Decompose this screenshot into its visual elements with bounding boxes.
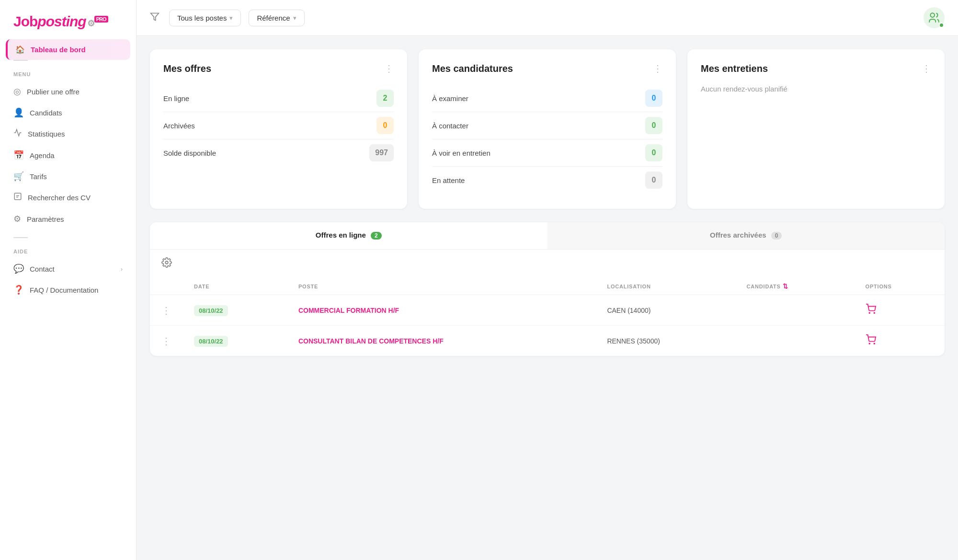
sidebar-item-faq[interactable]: ❓ FAQ / Documentation: [0, 279, 136, 300]
card-menu-button[interactable]: ⋮: [653, 63, 662, 74]
date-badge: 08/10/22: [194, 305, 228, 316]
card-row-entretien: À voir en entretien 0: [432, 139, 662, 167]
card-menu-button[interactable]: ⋮: [384, 63, 394, 74]
sidebar-item-rechercher-cv[interactable]: Rechercher des CV: [0, 187, 136, 208]
aide-divider: [13, 237, 28, 238]
card-row-label: À voir en entretien: [432, 149, 490, 157]
mes-entretiens-card: Mes entretiens ⋮ Aucun rendez-vous plani…: [687, 49, 945, 209]
cart-icon[interactable]: [866, 306, 876, 316]
card-row-archivees: Archivées 0: [163, 112, 394, 139]
topbar: Tous les postes ▾ Référence ▾: [137, 0, 958, 36]
badge-examiner: 0: [645, 90, 662, 107]
tab-online[interactable]: Offres en ligne 2: [150, 222, 547, 249]
postes-dropdown[interactable]: Tous les postes ▾: [169, 10, 241, 26]
card-row-attente: En attente 0: [432, 167, 662, 194]
row-date-cell: 08/10/22: [182, 295, 287, 326]
badge-en-ligne: 2: [376, 90, 394, 107]
sidebar-item-label: Agenda: [30, 151, 55, 160]
job-title-link[interactable]: CONSULTANT BILAN DE COMPETENCES H/F: [298, 337, 444, 345]
sidebar-item-parametres[interactable]: ⚙ Paramètres: [0, 208, 136, 229]
svg-point-6: [869, 312, 870, 313]
candidates-icon: 👤: [13, 107, 24, 118]
card-row-label: À contacter: [432, 122, 468, 130]
sort-icon: ⇅: [783, 283, 788, 290]
cart-icon[interactable]: [866, 336, 876, 347]
logo-posting: posting: [37, 13, 86, 29]
job-title-link[interactable]: COMMERCIAL FORMATION H/F: [298, 307, 399, 314]
sidebar-item-tableau-de-bord[interactable]: 🏠 Tableau de bord: [6, 39, 130, 60]
card-row-label: Solde disponible: [163, 149, 216, 157]
svg-point-8: [869, 343, 870, 344]
reference-dropdown[interactable]: Référence ▾: [249, 10, 304, 26]
faq-icon: ❓: [13, 285, 24, 295]
row-candidates-cell: [735, 295, 854, 326]
publish-icon: ◎: [13, 86, 21, 97]
badge-contacter: 0: [645, 117, 662, 134]
mes-offres-card: Mes offres ⋮ En ligne 2 Archivées 0 Sold…: [150, 49, 407, 209]
chevron-down-icon: ▾: [229, 14, 233, 22]
svg-marker-3: [151, 13, 159, 20]
agenda-icon: 📅: [13, 150, 24, 160]
page-content: Mes offres ⋮ En ligne 2 Archivées 0 Sold…: [137, 36, 958, 560]
online-dot: [939, 23, 944, 28]
avatar[interactable]: [924, 7, 945, 28]
card-title: Mes candidatures: [432, 63, 513, 74]
card-header: Mes entretiens ⋮: [701, 63, 931, 74]
menu-section-label: MENU: [0, 63, 136, 81]
sidebar-item-label: Paramètres: [27, 215, 64, 223]
contact-icon: 💬: [13, 263, 24, 274]
th-poste: POSTE: [287, 278, 595, 295]
row-poste-cell: COMMERCIAL FORMATION H/F: [287, 295, 595, 326]
card-row-solde: Solde disponible 997: [163, 139, 394, 166]
sidebar-item-label: Statistiques: [28, 130, 65, 138]
table-toolbar: [150, 250, 945, 278]
tab-archived-label: Offres archivées: [710, 231, 766, 239]
sidebar: Jobposting⚙PRO 🏠 Tableau de bord MENU ◎ …: [0, 0, 137, 560]
sidebar-item-label: FAQ / Documentation: [30, 286, 98, 294]
sidebar-item-tarifs[interactable]: 🛒 Tarifs: [0, 166, 136, 187]
settings-icon: ⚙: [13, 214, 21, 224]
chevron-right-icon: ›: [121, 265, 123, 273]
reference-dropdown-label: Référence: [257, 14, 290, 22]
svg-point-5: [165, 261, 168, 264]
sidebar-item-label: Tarifs: [30, 172, 47, 181]
card-row-label: En attente: [432, 176, 465, 184]
badge-archivees: 0: [376, 117, 394, 134]
row-menu-cell: ⋮: [150, 295, 182, 326]
date-badge: 08/10/22: [194, 336, 228, 347]
row-menu-button[interactable]: ⋮: [161, 305, 171, 316]
badge-attente: 0: [645, 171, 662, 189]
logo-pro: PRO: [94, 16, 108, 23]
chevron-down-icon: ▾: [293, 14, 297, 22]
sidebar-item-candidats[interactable]: 👤 Candidats: [0, 102, 136, 123]
sidebar-item-agenda[interactable]: 📅 Agenda: [0, 145, 136, 166]
logo-area: Jobposting⚙PRO: [0, 0, 136, 39]
logo: Jobposting⚙PRO: [13, 13, 123, 30]
card-row-label: Archivées: [163, 122, 195, 130]
card-row-examiner: À examiner 0: [432, 85, 662, 112]
sidebar-item-label: Contact: [30, 265, 55, 273]
logo-job: Job: [13, 13, 37, 29]
table-settings-button[interactable]: [161, 257, 172, 270]
stats-icon: [13, 128, 22, 139]
sidebar-active-label: Tableau de bord: [31, 46, 86, 54]
th-options: OPTIONS: [854, 278, 945, 295]
table-row: ⋮ 08/10/22 CONSULTANT BILAN DE COMPETENC…: [150, 326, 945, 356]
sidebar-item-statistiques[interactable]: Statistiques: [0, 123, 136, 145]
tabs-row: Offres en ligne 2 Offres archivées 0: [150, 222, 945, 250]
offers-table-section: Offres en ligne 2 Offres archivées 0: [150, 222, 945, 356]
svg-point-9: [874, 343, 875, 344]
card-row-label: En ligne: [163, 94, 189, 103]
cards-row: Mes offres ⋮ En ligne 2 Archivées 0 Sold…: [150, 49, 945, 209]
row-menu-button[interactable]: ⋮: [161, 336, 171, 346]
tab-online-count: 2: [371, 232, 382, 240]
card-menu-button[interactable]: ⋮: [922, 63, 931, 74]
sidebar-item-label: Rechercher des CV: [28, 194, 91, 202]
sidebar-item-contact[interactable]: 💬 Contact ›: [0, 258, 136, 279]
sidebar-item-publier-offre[interactable]: ◎ Publier une offre: [0, 81, 136, 102]
sidebar-item-label: Candidats: [30, 109, 62, 117]
tab-archived[interactable]: Offres archivées 0: [547, 222, 945, 249]
row-options-cell: [854, 295, 945, 326]
th-candidats: CANDIDATS ⇅: [735, 278, 854, 295]
badge-entretien: 0: [645, 144, 662, 161]
